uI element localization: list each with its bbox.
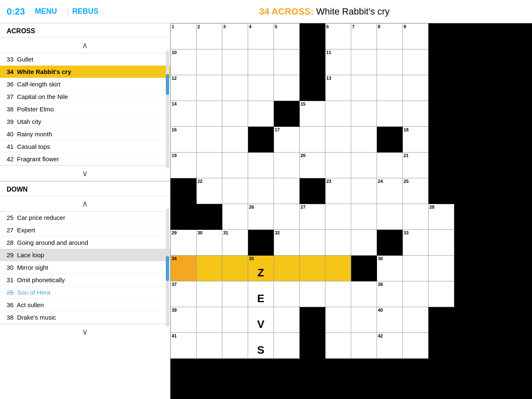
grid-cell-r3c3[interactable] [222,75,248,101]
grid-cell-r1c1[interactable]: 1 [171,24,197,49]
grid-cell-r6c3[interactable] [222,153,248,178]
grid-cell-r1c10[interactable]: 9 [403,24,429,49]
grid-cell-r6c10[interactable]: 21 [403,153,429,178]
across-scrollbar-thumb[interactable] [166,74,169,95]
grid-cell-r6c9[interactable] [377,153,403,178]
grid-cell-r13c9[interactable]: 42 [377,333,403,359]
grid-cell-r6c6[interactable]: 20 [300,153,325,178]
grid-cell-r7c2[interactable]: 22 [197,178,222,204]
grid-cell-r10c11[interactable] [429,256,454,281]
clue-down-25[interactable]: 25 Car price reducer [0,212,170,224]
grid-cell-r3c10[interactable] [403,75,429,101]
grid-cell-r8c9[interactable] [377,204,403,230]
grid-cell-r5c7[interactable] [325,127,351,153]
clue-down-27[interactable]: 27 Expert [0,224,170,236]
down-scroll-down[interactable]: ∨ [0,324,170,339]
grid-cell-r4c10[interactable] [403,101,429,127]
grid-cell-r3c4[interactable] [248,75,274,101]
grid-cell-r10c7-highlight[interactable] [325,256,351,281]
grid-cell-r2c1[interactable]: 10 [171,49,197,75]
grid-cell-r13c8[interactable] [351,333,377,359]
grid-cell-r8c5[interactable] [274,204,300,230]
grid-cell-r3c7[interactable]: 13 [325,75,351,101]
grid-cell-r4c8[interactable] [351,101,377,127]
grid-cell-r1c9[interactable]: 8 [377,24,403,49]
grid-cell-r6c5[interactable] [274,153,300,178]
grid-cell-r8c8[interactable] [351,204,377,230]
grid-cell-r13c5[interactable] [274,333,300,359]
grid-cell-r9c10[interactable]: 33 [403,230,429,256]
clue-across-42[interactable]: 42 Fragrant flower [0,153,170,165]
grid-cell-r6c4[interactable] [248,153,274,178]
grid-cell-r11c4-E[interactable]: E [248,281,274,307]
grid-cell-r6c2[interactable] [197,153,222,178]
grid-cell-r8c4[interactable]: 26 [248,204,274,230]
grid-cell-r5c5[interactable]: 17 [274,127,300,153]
grid-cell-r7c7[interactable]: 23 [325,178,351,204]
grid-cell-r11c10[interactable] [403,281,429,307]
grid-cell-r1c7[interactable]: 6 [325,24,351,49]
grid-cell-r4c7[interactable] [325,101,351,127]
grid-cell-r5c1[interactable]: 16 [171,127,197,153]
grid-cell-r9c5[interactable]: 32 [274,230,300,256]
grid-cell-r13c4-S[interactable]: S [248,333,274,359]
grid-cell-r10c10[interactable] [403,256,429,281]
clue-across-34[interactable]: 34 White Rabbit's cry [0,66,170,78]
grid-cell-r9c6[interactable] [300,230,325,256]
clue-down-28[interactable]: 28 Going around and around [0,236,170,249]
grid-cell-r7c10[interactable]: 25 [403,178,429,204]
grid-cell-r2c3[interactable] [222,49,248,75]
grid-cell-r4c3[interactable] [222,101,248,127]
grid-cell-r2c8[interactable] [351,49,377,75]
grid-cell-r11c11[interactable] [429,281,454,307]
grid-cell-r2c7[interactable]: 11 [325,49,351,75]
grid-cell-r4c6[interactable]: 15 [300,101,325,127]
grid-cell-r6c7[interactable] [325,153,351,178]
grid-cell-r5c2[interactable] [197,127,222,153]
grid-cell-r3c9[interactable] [377,75,403,101]
grid-cell-r1c5[interactable]: 5 [274,24,300,49]
grid-cell-r9c11[interactable] [429,230,454,256]
grid-cell-r13c10[interactable] [403,333,429,359]
grid-cell-r7c4[interactable] [248,178,274,204]
across-scroll-down[interactable]: ∨ [0,165,170,181]
clue-down-36[interactable]: 36 Act sullen [0,299,170,311]
grid-cell-r10c9[interactable]: 36 [377,256,403,281]
grid-cell-r2c4[interactable] [248,49,274,75]
clue-down-29[interactable]: 29 Lace loop [0,249,170,261]
grid-cell-r11c7[interactable] [325,281,351,307]
grid-cell-r7c3[interactable] [222,178,248,204]
grid-cell-r13c1[interactable]: 41 [171,333,197,359]
grid-cell-r4c4[interactable] [248,101,274,127]
grid-cell-r9c3[interactable]: 31 [222,230,248,256]
clue-down-25b[interactable]: 25 Son of Hera [0,286,170,299]
grid-cell-r8c7[interactable] [325,204,351,230]
grid-cell-r5c8[interactable] [351,127,377,153]
grid-cell-r8c3[interactable] [222,204,248,230]
grid-cell-r11c1[interactable]: 37 [171,281,197,307]
grid-cell-r2c9[interactable] [377,49,403,75]
grid-cell-r9c2[interactable]: 30 [197,230,222,256]
grid-cell-r10c6-highlight[interactable] [300,256,325,281]
grid-cell-r1c3[interactable]: 3 [222,24,248,49]
grid-cell-r8c10[interactable] [403,204,429,230]
grid-cell-r10c3-highlight[interactable] [222,256,248,281]
clue-down-31[interactable]: 31 Omit phonetically [0,274,170,286]
grid-cell-r11c9[interactable]: 38 [377,281,403,307]
down-scrollbar-thumb[interactable] [166,256,169,281]
grid-cell-r1c4[interactable]: 4 [248,24,274,49]
grid-cell-r1c8[interactable]: 7 [351,24,377,49]
grid-cell-r12c7[interactable] [325,307,351,333]
grid-cell-r12c1[interactable]: 39 [171,307,197,333]
grid-cell-r12c5[interactable] [274,307,300,333]
clue-across-37[interactable]: 37 Capital on the Nile [0,91,170,103]
grid-cell-r10c4-35[interactable]: 35Z [248,256,274,281]
clue-across-38[interactable]: 38 Pollster Elmo [0,103,170,116]
grid-cell-r2c5[interactable] [274,49,300,75]
clue-across-36[interactable]: 36 Calf-length skirt [0,78,170,91]
grid-cell-r11c8[interactable] [351,281,377,307]
grid-cell-r6c1[interactable]: 19 [171,153,197,178]
grid-cell-r10c1-active[interactable]: 34 [171,256,197,281]
menu-button[interactable]: MENU [35,7,57,16]
across-scroll-up[interactable]: ∧ [0,38,170,53]
